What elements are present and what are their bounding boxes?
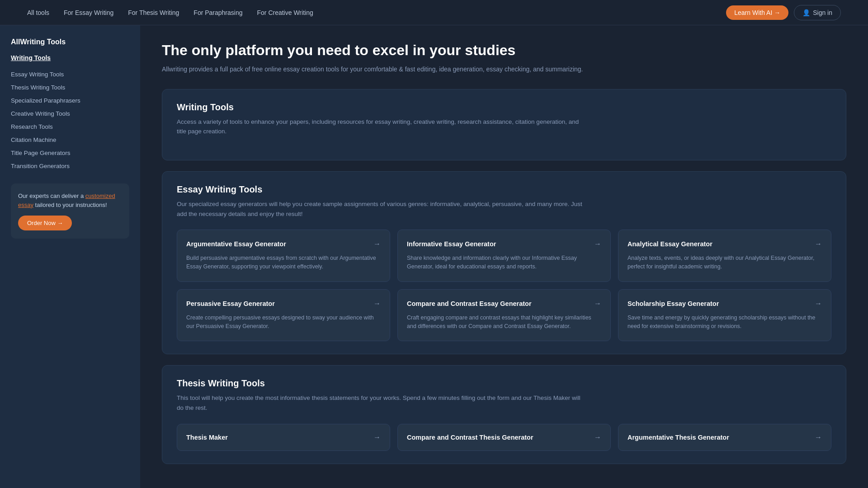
- tool-name-3: Persuasive Essay Generator: [186, 300, 370, 308]
- essay-tools-grid: Argumentative Essay Generator → Build pe…: [177, 230, 831, 341]
- tool-name-0: Argumentative Essay Generator: [186, 240, 370, 249]
- sidebar-items: Essay Writing Tools Thesis Writing Tools…: [11, 68, 129, 173]
- tool-desc-2: Analyze texts, events, or ideas deeply w…: [627, 254, 822, 272]
- thesis-tool-card-1[interactable]: Compare and Contrast Thesis Generator →: [397, 424, 611, 451]
- tool-desc-4: Craft engaging compare and contrast essa…: [407, 314, 601, 331]
- sidebar-promo-text: Our experts can deliver a customized ess…: [18, 192, 122, 209]
- thesis-tool-card-2[interactable]: Argumentative Thesis Generator →: [618, 424, 831, 451]
- sidebar-item-transition-generators[interactable]: Transition Generators: [11, 160, 129, 173]
- sidebar-promo: Our experts can deliver a customized ess…: [11, 183, 129, 239]
- sidebar-section-writing-tools[interactable]: Writing Tools: [11, 54, 129, 61]
- thesis-tool-name-0: Thesis Maker: [186, 434, 228, 441]
- arrow-icon-5: →: [815, 300, 822, 308]
- essay-tool-card-0[interactable]: Argumentative Essay Generator → Build pe…: [177, 230, 390, 282]
- arrow-icon-4: →: [594, 300, 601, 308]
- essay-tools-desc: Our specialized essay generators will he…: [177, 199, 584, 219]
- tool-name-5: Scholarship Essay Generator: [627, 300, 811, 308]
- thesis-tools-grid: Thesis Maker → Compare and Contrast Thes…: [177, 424, 831, 451]
- sidebar-item-essay-writing-tools[interactable]: Essay Writing Tools: [11, 68, 129, 81]
- sidebar-item-research-tools[interactable]: Research Tools: [11, 120, 129, 133]
- thesis-arrow-icon-2: →: [815, 433, 822, 441]
- sidebar-item-creative-writing-tools[interactable]: Creative Writing Tools: [11, 107, 129, 120]
- essay-tool-card-3[interactable]: Persuasive Essay Generator → Create comp…: [177, 289, 390, 342]
- tool-desc-3: Create compelling persuasive essays desi…: [186, 314, 381, 331]
- nav-paraphrasing[interactable]: For Paraphrasing: [193, 9, 242, 16]
- nav-thesis-writing[interactable]: For Thesis Writing: [128, 9, 179, 16]
- tool-desc-0: Build persuasive argumentative essays fr…: [186, 254, 381, 272]
- user-icon: 👤: [802, 9, 810, 16]
- sidebar-item-citation-machine[interactable]: Citation Machine: [11, 133, 129, 146]
- thesis-tool-name-1: Compare and Contrast Thesis Generator: [407, 434, 533, 441]
- main-nav: All tools For Essay Writing For Thesis W…: [0, 0, 868, 25]
- order-now-button[interactable]: Order Now →: [18, 216, 72, 230]
- arrow-icon-0: →: [373, 240, 381, 248]
- arrow-icon-3: →: [373, 300, 381, 308]
- page-title: The only platform you need to excel in y…: [162, 42, 846, 59]
- essay-writing-tools-section: Essay Writing Tools Our specialized essa…: [162, 171, 846, 354]
- thesis-tool-card-0[interactable]: Thesis Maker →: [177, 424, 390, 451]
- learn-with-ai-button[interactable]: Learn With AI →: [726, 5, 788, 20]
- tool-name-1: Informative Essay Generator: [407, 240, 590, 249]
- thesis-tools-desc: This tool will help you create the most …: [177, 393, 584, 413]
- tool-name-2: Analytical Essay Generator: [627, 240, 811, 249]
- nav-links: All tools For Essay Writing For Thesis W…: [27, 9, 313, 16]
- sidebar-item-specialized-paraphrasers[interactable]: Specialized Paraphrasers: [11, 94, 129, 107]
- writing-tools-title: Writing Tools: [177, 102, 831, 113]
- nav-right: Learn With AI → 👤 Sign in: [726, 5, 841, 20]
- nav-essay-writing[interactable]: For Essay Writing: [64, 9, 113, 16]
- tool-desc-1: Share knowledge and information clearly …: [407, 254, 601, 272]
- thesis-arrow-icon-0: →: [373, 433, 381, 441]
- essay-tool-card-5[interactable]: Scholarship Essay Generator → Save time …: [618, 289, 831, 342]
- sidebar-item-thesis-writing-tools[interactable]: Thesis Writing Tools: [11, 81, 129, 94]
- nav-all-tools[interactable]: All tools: [27, 9, 49, 16]
- sign-in-button[interactable]: 👤 Sign in: [794, 5, 841, 20]
- tool-name-4: Compare and Contrast Essay Generator: [407, 300, 590, 308]
- thesis-writing-tools-section: Thesis Writing Tools This tool will help…: [162, 365, 846, 464]
- writing-tools-desc: Access a variety of tools to enhance you…: [177, 117, 584, 136]
- essay-tools-title: Essay Writing Tools: [177, 184, 831, 195]
- main-content: The only platform you need to excel in y…: [140, 25, 868, 488]
- thesis-arrow-icon-1: →: [594, 433, 601, 441]
- sidebar-brand: AllWriting Tools: [11, 38, 129, 46]
- essay-tool-card-4[interactable]: Compare and Contrast Essay Generator → C…: [397, 289, 611, 342]
- sidebar-item-title-page-generators[interactable]: Title Page Generators: [11, 146, 129, 160]
- essay-tool-card-2[interactable]: Analytical Essay Generator → Analyze tex…: [618, 230, 831, 282]
- writing-tools-section: Writing Tools Access a variety of tools …: [162, 89, 846, 160]
- tool-desc-5: Save time and energy by quickly generati…: [627, 314, 822, 331]
- page-subtitle: Allwriting provides a full pack of free …: [162, 64, 596, 74]
- arrow-icon-1: →: [594, 240, 601, 248]
- thesis-tool-name-2: Argumentative Thesis Generator: [627, 434, 729, 441]
- sidebar: AllWriting Tools Writing Tools Essay Wri…: [0, 25, 140, 488]
- essay-tool-card-1[interactable]: Informative Essay Generator → Share know…: [397, 230, 611, 282]
- nav-creative-writing[interactable]: For Creative Writing: [257, 9, 313, 16]
- arrow-icon-2: →: [815, 240, 822, 248]
- thesis-tools-title: Thesis Writing Tools: [177, 378, 831, 389]
- page-container: AllWriting Tools Writing Tools Essay Wri…: [0, 25, 868, 488]
